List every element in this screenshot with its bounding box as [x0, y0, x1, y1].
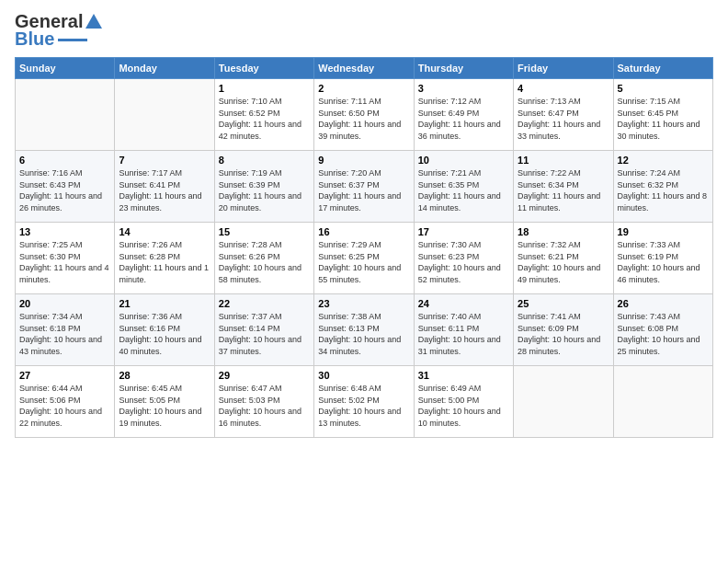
logo-blue: Blue	[15, 29, 54, 50]
day-number: 11	[518, 155, 609, 166]
calendar-week-1: 1Sunrise: 7:10 AM Sunset: 6:52 PM Daylig…	[16, 79, 713, 151]
day-info: Sunrise: 7:40 AM Sunset: 6:11 PM Dayligh…	[418, 311, 509, 357]
day-number: 17	[418, 226, 509, 237]
day-number: 28	[119, 370, 210, 381]
calendar-cell: 30Sunrise: 6:48 AM Sunset: 5:02 PM Dayli…	[314, 366, 414, 438]
day-number: 5	[618, 83, 709, 94]
day-info: Sunrise: 7:32 AM Sunset: 6:21 PM Dayligh…	[518, 239, 609, 285]
day-info: Sunrise: 7:41 AM Sunset: 6:09 PM Dayligh…	[518, 311, 609, 357]
calendar-cell: 19Sunrise: 7:33 AM Sunset: 6:19 PM Dayli…	[613, 223, 712, 294]
day-number: 10	[418, 155, 509, 166]
day-info: Sunrise: 7:43 AM Sunset: 6:08 PM Dayligh…	[618, 311, 709, 357]
day-number: 30	[318, 370, 409, 381]
day-number: 22	[219, 298, 310, 309]
day-number: 14	[119, 226, 210, 237]
day-info: Sunrise: 7:21 AM Sunset: 6:35 PM Dayligh…	[418, 167, 509, 213]
day-number: 8	[219, 155, 310, 166]
day-number: 15	[219, 226, 310, 237]
calendar-cell: 25Sunrise: 7:41 AM Sunset: 6:09 PM Dayli…	[514, 294, 613, 366]
day-info: Sunrise: 7:34 AM Sunset: 6:18 PM Dayligh…	[19, 311, 110, 357]
calendar-week-4: 20Sunrise: 7:34 AM Sunset: 6:18 PM Dayli…	[16, 294, 713, 366]
calendar-cell	[514, 366, 613, 438]
calendar-cell: 5Sunrise: 7:15 AM Sunset: 6:45 PM Daylig…	[613, 79, 712, 151]
logo-underline	[58, 39, 87, 41]
weekday-header-tuesday: Tuesday	[214, 58, 313, 79]
day-number: 21	[119, 298, 210, 309]
weekday-header-wednesday: Wednesday	[314, 58, 414, 79]
calendar-cell: 24Sunrise: 7:40 AM Sunset: 6:11 PM Dayli…	[414, 294, 513, 366]
calendar-cell: 23Sunrise: 7:38 AM Sunset: 6:13 PM Dayli…	[314, 294, 414, 366]
day-info: Sunrise: 6:48 AM Sunset: 5:02 PM Dayligh…	[318, 383, 409, 429]
calendar-cell: 28Sunrise: 6:45 AM Sunset: 5:05 PM Dayli…	[115, 366, 214, 438]
logo: General Blue	[15, 11, 104, 50]
calendar-cell: 4Sunrise: 7:13 AM Sunset: 6:47 PM Daylig…	[514, 79, 613, 151]
header: General Blue	[15, 11, 713, 50]
day-number: 26	[618, 298, 709, 309]
day-number: 9	[318, 155, 409, 166]
calendar-cell: 8Sunrise: 7:19 AM Sunset: 6:39 PM Daylig…	[214, 151, 313, 223]
day-info: Sunrise: 7:29 AM Sunset: 6:25 PM Dayligh…	[318, 239, 409, 285]
calendar-cell: 26Sunrise: 7:43 AM Sunset: 6:08 PM Dayli…	[613, 294, 712, 366]
calendar-cell: 2Sunrise: 7:11 AM Sunset: 6:50 PM Daylig…	[314, 79, 414, 151]
day-info: Sunrise: 7:37 AM Sunset: 6:14 PM Dayligh…	[219, 311, 310, 357]
day-number: 6	[19, 155, 110, 166]
day-info: Sunrise: 7:15 AM Sunset: 6:45 PM Dayligh…	[618, 96, 709, 142]
day-number: 4	[518, 83, 609, 94]
day-number: 25	[518, 298, 609, 309]
calendar-cell: 15Sunrise: 7:28 AM Sunset: 6:26 PM Dayli…	[214, 223, 313, 294]
day-info: Sunrise: 7:13 AM Sunset: 6:47 PM Dayligh…	[518, 96, 609, 142]
calendar-cell: 31Sunrise: 6:49 AM Sunset: 5:00 PM Dayli…	[414, 366, 513, 438]
calendar-cell	[115, 79, 214, 151]
day-number: 20	[19, 298, 110, 309]
day-info: Sunrise: 6:49 AM Sunset: 5:00 PM Dayligh…	[418, 383, 509, 429]
day-info: Sunrise: 6:45 AM Sunset: 5:05 PM Dayligh…	[119, 383, 210, 429]
day-number: 24	[418, 298, 509, 309]
day-info: Sunrise: 7:16 AM Sunset: 6:43 PM Dayligh…	[19, 167, 110, 213]
day-info: Sunrise: 7:12 AM Sunset: 6:49 PM Dayligh…	[418, 96, 509, 142]
day-number: 29	[219, 370, 310, 381]
calendar-cell: 14Sunrise: 7:26 AM Sunset: 6:28 PM Dayli…	[115, 223, 214, 294]
day-number: 19	[618, 226, 709, 237]
calendar-cell: 11Sunrise: 7:22 AM Sunset: 6:34 PM Dayli…	[514, 151, 613, 223]
calendar-table: SundayMondayTuesdayWednesdayThursdayFrid…	[15, 57, 713, 438]
calendar-cell: 17Sunrise: 7:30 AM Sunset: 6:23 PM Dayli…	[414, 223, 513, 294]
day-number: 27	[19, 370, 110, 381]
calendar-cell: 21Sunrise: 7:36 AM Sunset: 6:16 PM Dayli…	[115, 294, 214, 366]
calendar-week-2: 6Sunrise: 7:16 AM Sunset: 6:43 PM Daylig…	[16, 151, 713, 223]
weekday-header-friday: Friday	[514, 58, 613, 79]
calendar-cell: 9Sunrise: 7:20 AM Sunset: 6:37 PM Daylig…	[314, 151, 414, 223]
calendar-cell: 7Sunrise: 7:17 AM Sunset: 6:41 PM Daylig…	[115, 151, 214, 223]
calendar-cell: 29Sunrise: 6:47 AM Sunset: 5:03 PM Dayli…	[214, 366, 313, 438]
day-info: Sunrise: 7:30 AM Sunset: 6:23 PM Dayligh…	[418, 239, 509, 285]
calendar-body: 1Sunrise: 7:10 AM Sunset: 6:52 PM Daylig…	[16, 79, 713, 438]
day-number: 7	[119, 155, 210, 166]
svg-marker-0	[85, 14, 102, 29]
day-info: Sunrise: 7:25 AM Sunset: 6:30 PM Dayligh…	[19, 239, 110, 285]
calendar-cell: 18Sunrise: 7:32 AM Sunset: 6:21 PM Dayli…	[514, 223, 613, 294]
day-number: 2	[318, 83, 409, 94]
day-number: 13	[19, 226, 110, 237]
calendar-week-3: 13Sunrise: 7:25 AM Sunset: 6:30 PM Dayli…	[16, 223, 713, 294]
weekday-header-monday: Monday	[115, 58, 214, 79]
day-number: 1	[219, 83, 310, 94]
calendar-cell: 6Sunrise: 7:16 AM Sunset: 6:43 PM Daylig…	[16, 151, 115, 223]
day-info: Sunrise: 7:22 AM Sunset: 6:34 PM Dayligh…	[518, 167, 609, 213]
day-info: Sunrise: 7:36 AM Sunset: 6:16 PM Dayligh…	[119, 311, 210, 357]
calendar-page: General Blue SundayMondayTuesdayWednesda…	[0, 0, 728, 563]
day-number: 31	[418, 370, 509, 381]
day-info: Sunrise: 7:33 AM Sunset: 6:19 PM Dayligh…	[618, 239, 709, 285]
day-info: Sunrise: 7:38 AM Sunset: 6:13 PM Dayligh…	[318, 311, 409, 357]
calendar-cell: 13Sunrise: 7:25 AM Sunset: 6:30 PM Dayli…	[16, 223, 115, 294]
calendar-cell: 22Sunrise: 7:37 AM Sunset: 6:14 PM Dayli…	[214, 294, 313, 366]
day-info: Sunrise: 6:44 AM Sunset: 5:06 PM Dayligh…	[19, 383, 110, 429]
day-info: Sunrise: 7:26 AM Sunset: 6:28 PM Dayligh…	[119, 239, 210, 285]
day-info: Sunrise: 7:20 AM Sunset: 6:37 PM Dayligh…	[318, 167, 409, 213]
calendar-cell	[613, 366, 712, 438]
day-info: Sunrise: 7:24 AM Sunset: 6:32 PM Dayligh…	[618, 167, 709, 213]
day-info: Sunrise: 6:47 AM Sunset: 5:03 PM Dayligh…	[219, 383, 310, 429]
calendar-cell: 16Sunrise: 7:29 AM Sunset: 6:25 PM Dayli…	[314, 223, 414, 294]
day-info: Sunrise: 7:28 AM Sunset: 6:26 PM Dayligh…	[219, 239, 310, 285]
weekday-header-saturday: Saturday	[613, 58, 712, 79]
calendar-week-5: 27Sunrise: 6:44 AM Sunset: 5:06 PM Dayli…	[16, 366, 713, 438]
weekday-header-thursday: Thursday	[414, 58, 513, 79]
